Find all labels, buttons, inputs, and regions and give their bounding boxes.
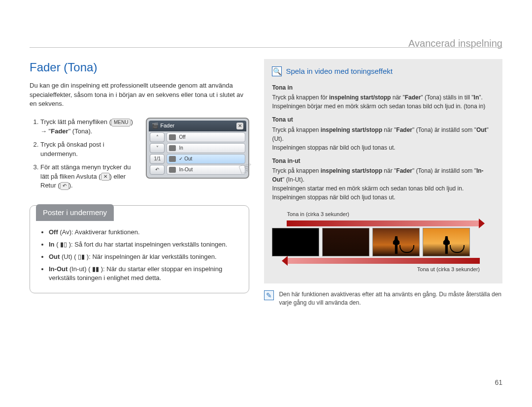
t: Tryck på knappen: [272, 126, 320, 133]
t: Tryck på knappen: [272, 167, 320, 174]
ui-back-button[interactable]: ↶: [150, 165, 165, 175]
tona-in-heading: Tona in: [272, 84, 495, 92]
page-number: 61: [495, 377, 502, 387]
hand-pointer-icon: ☞: [236, 155, 257, 182]
ui-close-icon[interactable]: ✕: [236, 123, 243, 129]
page-heading: Fader (Tona): [30, 59, 249, 76]
tona-ut-heading: Tona ut: [272, 116, 495, 124]
ui-page-indicator: 1/1: [150, 154, 165, 164]
submenu-off-bold: Off: [49, 228, 58, 236]
tona-in-text: Tryck på knappen för inspelning start/st…: [272, 93, 495, 111]
t: Tryck på knappen för: [272, 94, 329, 101]
t: Out: [476, 126, 487, 133]
note-row: ✎ Den här funktionen avaktiveras efter a…: [264, 290, 502, 308]
toning-heading: Spela in video med toningseffekt: [286, 66, 393, 77]
thumb-mid: [372, 228, 420, 256]
step-2: Tryck på önskad post i undermenyn.: [40, 140, 139, 159]
t: In: [474, 94, 479, 101]
ui-up-button[interactable]: ˄: [150, 132, 165, 142]
fade-in-arrow: [287, 220, 480, 226]
step-1-text-c: ": [47, 127, 51, 135]
ui-item-in[interactable]: In: [166, 143, 245, 153]
t: " (In-Ut).: [282, 176, 304, 183]
camera-menu-screenshot: 🎬 Fader ✕ ˄ ˅ 1/1 ↶ Off In ✓: [146, 118, 249, 179]
thumb-black: [272, 228, 319, 256]
t: Fader: [396, 167, 412, 174]
tona-io-text2: Inspelningen startar med en mörk skärm o…: [272, 184, 495, 202]
ui-item-inout[interactable]: In-Out: [166, 165, 245, 175]
t: Fader: [405, 94, 421, 101]
ui-item-out[interactable]: ✓ Out: [166, 154, 245, 164]
fade-in-label: Tona in (cirka 3 sekunder): [287, 211, 495, 219]
close-icon: ✕: [101, 173, 110, 181]
section-title: Avancerad inspelning: [408, 36, 502, 51]
step-1-bold: Fader: [51, 127, 68, 135]
step-1-text-b: ): [131, 118, 133, 125]
steps-list: Tryck lätt på menyfliken (MENU) → "Fader…: [30, 118, 139, 194]
thumb-dark: [322, 228, 369, 256]
t: inspelning start/stopp: [329, 94, 391, 101]
tona-io-text: Tryck på knappen inspelning start/stopp …: [272, 166, 495, 184]
step-3: För att stänga menyn trycker du lätt på …: [40, 163, 139, 191]
submenu-out-text2: När inspelningen är klar verkställs toni…: [92, 253, 216, 260]
t: när ": [382, 167, 396, 174]
t: inspelning start/stopp: [321, 167, 382, 174]
step-1-text-d: " (Tona).: [68, 127, 93, 135]
fade-diagram: Tona in (cirka 3 sekunder) Tona ut (cirk…: [272, 211, 495, 274]
submenu-item-inout: In-Out (In-ut) ( ▮▮ ): När du startar el…: [49, 265, 240, 283]
submenu-box: Poster i undermeny Off (Av): Avaktiverar…: [30, 205, 249, 293]
ui-title: 🎬 Fader: [152, 122, 174, 130]
submenu-item-off: Off (Av): Avaktiverar funktionen.: [49, 228, 240, 237]
note-icon: ✎: [264, 290, 274, 300]
t: när ": [391, 94, 404, 101]
menu-icon: MENU: [111, 119, 131, 126]
note-text: Den här funktionen avaktiveras efter att…: [279, 290, 502, 308]
submenu-off-text: (Av): Avaktiverar funktionen.: [58, 228, 140, 236]
step-1: Tryck lätt på menyfliken (MENU) → "Fader…: [40, 118, 139, 136]
fade-out-arrow: [287, 258, 480, 264]
tona-ut-text: Tryck på knappen inspelning start/stopp …: [272, 125, 495, 143]
tona-ut-text2: Inspelningen stoppas när bild och ljud t…: [272, 143, 495, 152]
t: när ": [382, 126, 396, 133]
t: Fader: [396, 126, 412, 133]
t: " (Tona) ställs in till ": [421, 94, 473, 101]
ui-item-out-label: Out: [184, 156, 192, 161]
ui-titlebar: 🎬 Fader ✕: [149, 121, 246, 131]
ui-item-off[interactable]: Off: [166, 132, 245, 142]
arrow-icon: →: [40, 127, 47, 135]
t: inspelning start/stopp: [321, 126, 382, 133]
ui-title-text: Fader: [160, 123, 174, 128]
submenu-io-text1: (In-ut) ( ▮▮ ):: [67, 265, 106, 273]
submenu-io-bold: In-Out: [49, 265, 67, 273]
submenu-item-out: Out (Ut) ( ▯▮ ): När inspelningen är kla…: [49, 252, 240, 262]
ui-down-button[interactable]: ˅: [150, 143, 165, 153]
step-3-text-c: ).: [69, 182, 73, 189]
submenu-in-text: ( ▮▯ ): Så fort du har startat inspelnin…: [55, 241, 228, 248]
header-rule: [30, 47, 502, 48]
magnifier-icon: 🔍: [272, 66, 282, 76]
submenu-out-bold: Out: [49, 253, 60, 260]
toning-box: 🔍 Spela in video med toningseffekt Tona …: [264, 59, 502, 283]
tona-io-heading: Tona in-ut: [272, 157, 495, 165]
t: " (Tona) är inställd som ": [412, 167, 476, 174]
submenu-tab: Poster i undermeny: [36, 204, 114, 221]
submenu-in-bold: In: [49, 241, 55, 248]
thumb-full: [423, 228, 470, 256]
submenu-out-text1: (Ut) ( ▯▮ ):: [60, 253, 92, 260]
return-icon: ↶: [60, 182, 69, 190]
submenu-item-in: In ( ▮▯ ): Så fort du har startat inspel…: [49, 240, 240, 250]
fade-out-label: Tona ut (cirka 3 sekunder): [272, 266, 480, 274]
step-1-text-a: Tryck lätt på menyfliken (: [40, 118, 111, 125]
t: " (Tona) är inställd som ": [412, 126, 476, 133]
intro-text: Du kan ge din inspelning ett professione…: [30, 81, 249, 109]
